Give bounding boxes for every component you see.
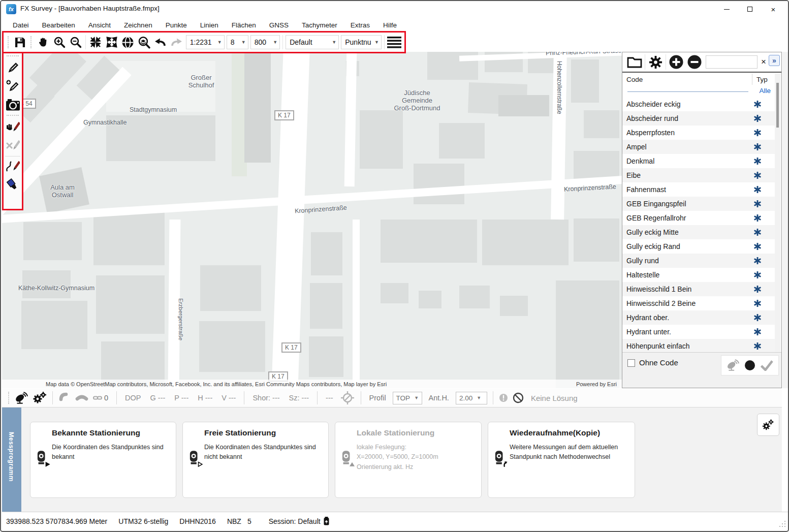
point-dot-icon[interactable]	[745, 360, 755, 370]
code-list-item[interactable]: Hinweisschild 2 Beine	[622, 296, 775, 310]
gnss-button[interactable]	[15, 392, 28, 404]
card-wiederaufnahme[interactable]: Wiederaufnahme(Kopie) Weitere Messungen …	[488, 422, 635, 498]
gnss-satellite-icon[interactable]	[727, 359, 740, 371]
code-label: Abscheider eckig	[626, 100, 754, 108]
code-list-item[interactable]: Abscheider eckig	[622, 97, 775, 111]
code-panel-footer: Ohne Code	[622, 352, 781, 388]
menu-item[interactable]: Zeichnen	[117, 21, 159, 29]
map-label-juedische-gemeinde: Jüdische Gemeinde Groß-Dortmund	[389, 89, 445, 112]
code-list-item[interactable]: Hinweisschild 1 Bein	[622, 282, 775, 296]
toolbar-grip[interactable]	[30, 36, 33, 48]
code-list-item[interactable]: Abscheider rund	[622, 111, 775, 126]
profile-dropdown[interactable]: Default▼	[286, 35, 339, 49]
redo-button[interactable]	[169, 34, 184, 50]
decimals-dropdown[interactable]: 8▼	[227, 35, 248, 49]
code-label: Hinweisschild 2 Beine	[626, 299, 754, 307]
phone-call-button[interactable]	[58, 392, 71, 404]
code-list-scrollbar[interactable]	[775, 74, 781, 353]
remove-code-button[interactable]	[685, 53, 704, 71]
road	[353, 220, 360, 388]
zoom-out-button[interactable]	[68, 34, 83, 50]
no-code-checkbox[interactable]	[627, 359, 635, 367]
menu-item[interactable]: Bearbeiten	[36, 21, 82, 29]
freehand-button[interactable]	[4, 158, 21, 176]
zoom-in-button[interactable]	[52, 34, 67, 50]
undo-button[interactable]	[153, 34, 168, 50]
profil-dropdown[interactable]: TOP▼	[393, 392, 422, 404]
code-list-item[interactable]: Höhenpunkt einfach	[622, 339, 775, 353]
window-gutter	[782, 52, 788, 388]
toolbar-grip[interactable]	[8, 36, 10, 48]
menu-item[interactable]: Linien	[194, 21, 225, 29]
menu-item[interactable]: Flächen	[225, 21, 263, 29]
card-title: Freie Stationierung	[204, 428, 276, 437]
draw-button[interactable]	[4, 59, 21, 77]
code-list-item[interactable]: GEB Eingangspfeil	[622, 197, 775, 211]
code-settings-button[interactable]	[646, 53, 665, 71]
save-button[interactable]	[13, 34, 28, 50]
zoom-extent-button[interactable]	[104, 34, 119, 50]
minimize-button[interactable]	[715, 1, 738, 17]
column-code[interactable]: Code	[622, 76, 752, 83]
open-codelist-button[interactable]	[625, 53, 644, 71]
menu-item[interactable]: Tachymeter	[295, 21, 344, 29]
label-mode-dropdown[interactable]: Punktnu▼	[341, 35, 382, 49]
code-search-input[interactable]	[706, 55, 758, 69]
photo-button[interactable]	[4, 96, 21, 114]
toolbar-grip[interactable]	[7, 115, 19, 117]
code-list-item[interactable]: Denkmal	[622, 154, 775, 168]
crosshair-button[interactable]	[340, 390, 355, 405]
add-code-button[interactable]	[667, 53, 685, 71]
card-bekannte-stationierung[interactable]: Bekannte Stationierung Die Koordinaten d…	[30, 422, 176, 498]
code-label: Eibe	[626, 171, 754, 179]
menu-item[interactable]: GNSS	[263, 21, 295, 29]
sz-value: Sz: ---	[289, 394, 309, 402]
code-list-item[interactable]: Gully eckig Mitte	[622, 225, 775, 239]
resize-grip[interactable]	[779, 520, 786, 527]
code-list-item[interactable]: Fahnenmast	[622, 182, 775, 197]
scale-dropdown[interactable]: 1:2231▼	[186, 35, 225, 49]
layer-search-button[interactable]	[137, 34, 152, 50]
code-list-item[interactable]: Hydrant ober.	[622, 310, 775, 325]
scrollbar-thumb[interactable]	[776, 83, 779, 128]
marker-button[interactable]	[4, 176, 21, 194]
pan-button[interactable]	[36, 34, 51, 50]
menu-item[interactable]: Datei	[6, 21, 36, 29]
delete-point-button[interactable]	[4, 137, 21, 155]
clear-search-button[interactable]: ×	[758, 55, 770, 69]
globe-button[interactable]	[120, 34, 136, 50]
no-code-label: Ohne Code	[639, 358, 678, 367]
messprogramm-tab[interactable]: Messprogramm	[2, 408, 21, 512]
close-button[interactable]: ×	[762, 1, 785, 17]
code-list-item[interactable]: Haltestelle	[622, 268, 775, 282]
code-list-item[interactable]: Absperrpfosten	[622, 126, 775, 140]
phone-hangup-button[interactable]	[75, 392, 89, 404]
collapse-panel-button[interactable]: »	[769, 55, 780, 66]
toolbar-menu-button[interactable]	[387, 34, 402, 50]
code-list-item[interactable]: GEB Regenfallrohr	[622, 211, 775, 225]
gnss-settings-button[interactable]	[33, 391, 47, 404]
code-list-item[interactable]: Gully eckig Rand	[622, 239, 775, 254]
anth-dropdown[interactable]: 2.00▼	[456, 392, 487, 404]
maximize-button[interactable]	[738, 1, 762, 17]
zoom-window-button[interactable]	[88, 34, 103, 50]
filter-all-link[interactable]: Alle	[759, 87, 771, 95]
code-list-item[interactable]: Ampel	[622, 140, 775, 154]
code-list-item[interactable]: Eibe	[622, 168, 775, 182]
add-point-button[interactable]	[4, 77, 21, 96]
confirm-check-icon[interactable]	[760, 360, 773, 371]
menu-item[interactable]: Ansicht	[82, 21, 117, 29]
toolbar-grip[interactable]	[8, 392, 11, 404]
menu-item[interactable]: Hilfe	[376, 21, 403, 29]
card-freie-stationierung[interactable]: Freie Stationierung Die Koordinaten des …	[182, 422, 329, 498]
messprogramm-settings-button[interactable]	[757, 414, 779, 436]
toolbar-grip[interactable]	[7, 55, 19, 58]
column-typ[interactable]: Typ	[752, 76, 775, 83]
move-point-button[interactable]	[4, 118, 21, 137]
point-number-dropdown[interactable]: 800▼	[250, 35, 280, 49]
map-canvas[interactable]: Großer Schulhof Stadtgymnasium Gymnastik…	[2, 52, 622, 388]
menu-item[interactable]: Punkte	[159, 21, 194, 29]
code-list-item[interactable]: Hydrant unter.	[622, 325, 775, 339]
code-list-item[interactable]: Gully rund	[622, 254, 775, 268]
menu-item[interactable]: Extras	[344, 21, 376, 29]
